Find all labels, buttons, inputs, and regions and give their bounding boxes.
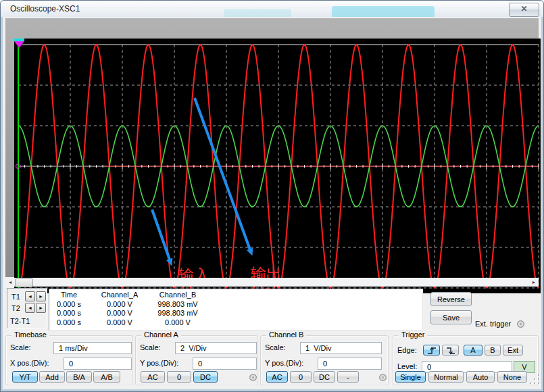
t2-time: 0.000 s <box>49 309 89 318</box>
reverse-button[interactable]: Reverse <box>430 292 472 306</box>
trigger-normal-button[interactable]: Normal <box>428 371 464 383</box>
mode-ba-button[interactable]: B/A <box>66 371 92 383</box>
scroll-right-icon[interactable]: ► <box>530 278 538 287</box>
timebase-scale-input[interactable] <box>53 342 132 354</box>
t2-label: T2 <box>11 304 20 312</box>
t1-label: T1 <box>11 293 20 301</box>
mode-add-button[interactable]: Add <box>39 371 65 383</box>
trigger-auto-button[interactable]: Auto <box>466 371 495 383</box>
trigger-source-b-button[interactable]: B <box>485 345 501 356</box>
channel-b-scale-label: Scale: <box>265 343 286 351</box>
t2-left-arrow-icon[interactable]: ◄ <box>25 303 35 313</box>
channel-a-scale-label: Scale: <box>140 343 161 351</box>
scrollbar-thumb[interactable] <box>15 278 33 287</box>
t2-right-arrow-icon[interactable]: ► <box>36 303 46 313</box>
timebase-xpos-label: X pos.(Div): <box>10 359 49 367</box>
save-button[interactable]: Save <box>430 310 472 324</box>
cursor-1-marker-icon[interactable] <box>14 39 24 48</box>
channel-b-ypos-label: Y pos.(Div): <box>265 359 303 367</box>
channel-a-terminal[interactable] <box>249 374 257 381</box>
channel-b-scale-input[interactable] <box>300 342 382 354</box>
t2-channel-b: 998.803 mV <box>151 309 205 318</box>
trigger-source-a-button[interactable]: A <box>464 345 483 356</box>
trigger-none-button[interactable]: None <box>497 371 527 383</box>
channel-b-dc-button[interactable]: DC <box>314 371 335 383</box>
channel-b-ypos-input[interactable] <box>318 358 382 370</box>
trigger-title: Trigger <box>399 330 427 339</box>
t1-left-arrow-icon[interactable]: ◄ <box>25 291 35 301</box>
measurement-readout: Time Channel_A Channel_B 0.000 s 0.000 V… <box>49 289 423 330</box>
column-header-channel-a: Channel_A <box>89 291 151 300</box>
diff-channel-a: 0.000 V <box>89 318 151 328</box>
channel-b-terminal[interactable] <box>379 374 387 381</box>
scope-screen: 输入 Ui 输出 Uo2 <box>14 39 541 293</box>
rising-edge-icon[interactable] <box>423 345 440 356</box>
trigger-single-button[interactable]: Single <box>395 371 426 383</box>
trigger-group: Trigger Edge: A B Ext Level: V Single No… <box>393 335 539 385</box>
scroll-left-icon[interactable]: ◄ <box>6 278 14 287</box>
trigger-source-ext-button[interactable]: Ext <box>503 345 523 356</box>
timebase-group: Timebase Scale: X pos.(Div): Y/T Add B/A… <box>5 335 133 385</box>
channel-b-ac-button[interactable]: AC <box>266 371 288 383</box>
channel-a-title: Channel A <box>141 330 181 339</box>
t2-channel-a: 0.000 V <box>89 309 151 318</box>
mode-yt-button[interactable]: Y/T <box>12 371 38 383</box>
display-scrollbar[interactable]: ◄ ► <box>5 278 539 287</box>
channel-b-title: Channel B <box>266 330 306 339</box>
scope-display-bezel: 输入 Ui 输出 Uo2 <box>5 18 539 277</box>
channel-a-ac-button[interactable]: AC <box>141 371 165 383</box>
resize-grip[interactable] <box>531 376 541 387</box>
oscilloscope-window: Oscilloscope-XSC1 ✕ <box>0 0 544 392</box>
t1-right-arrow-icon[interactable]: ► <box>36 291 46 301</box>
timebase-title: Timebase <box>11 330 49 339</box>
close-icon[interactable]: ✕ <box>509 3 539 17</box>
channel-a-zero-button[interactable]: 0 <box>167 371 191 383</box>
cursor-control-panel: T1 ◄ ► T2 ◄ ► T2-T1 <box>7 288 47 328</box>
annotation-arrow-input <box>152 210 170 262</box>
ext-trigger-label: Ext. trigger <box>475 320 511 328</box>
ext-trigger-terminal[interactable] <box>517 320 524 328</box>
channel-a-ypos-label: Y pos.(Div): <box>140 359 178 367</box>
column-header-channel-b: Channel_B <box>151 291 205 300</box>
channel-a-dc-button[interactable]: DC <box>193 371 218 383</box>
timebase-scale-label: Scale: <box>10 343 31 351</box>
window-title: Oscilloscope-XSC1 <box>10 4 80 14</box>
diff-time: 0.000 s <box>49 318 89 328</box>
trigger-level-label: Level: <box>397 362 417 370</box>
title-bar[interactable]: Oscilloscope-XSC1 ✕ <box>1 1 543 17</box>
mode-ab-button[interactable]: A/B <box>93 371 120 383</box>
t1-channel-b: 998.803 mV <box>151 300 205 310</box>
t2-t1-label: T2-T1 <box>10 317 30 325</box>
t1-channel-a: 0.000 V <box>89 300 151 310</box>
trigger-edge-label: Edge: <box>397 346 417 354</box>
column-header-time: Time <box>49 291 89 300</box>
channel-a-group: Channel A Scale: Y pos.(Div): AC 0 DC <box>135 335 258 385</box>
channel-b-zero-button[interactable]: 0 <box>290 371 312 383</box>
falling-edge-icon[interactable] <box>442 345 459 356</box>
channel-b-minus-button[interactable]: - <box>337 371 359 383</box>
t1-time: 0.000 s <box>49 300 89 310</box>
channel-a-scale-input[interactable] <box>175 342 257 354</box>
time-axis <box>18 164 539 169</box>
channel-b-group: Channel B Scale: Y pos.(Div): AC 0 DC - <box>260 335 389 385</box>
timebase-xpos-input[interactable] <box>64 358 132 370</box>
diff-channel-b: 0.000 V <box>151 318 205 328</box>
channel-a-ypos-input[interactable] <box>193 358 257 370</box>
